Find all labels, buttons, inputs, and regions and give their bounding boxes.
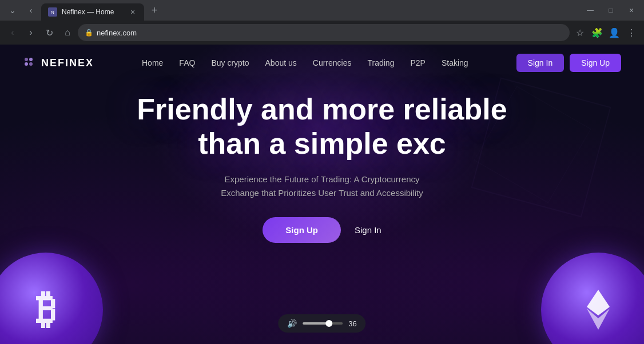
toolbar: ‹ › ↻ ⌂ 🔒 nefinex.com ☆ 🧩 👤 ⋮	[0, 21, 644, 45]
tab-bar: ⌄ ‹ N Nefinex — Home × + — □ ×	[0, 0, 644, 21]
nav-signin-btn[interactable]: Sign In	[516, 54, 565, 72]
volume-slider-track[interactable]	[303, 322, 343, 325]
bookmark-btn[interactable]: ☆	[572, 25, 588, 41]
ethereum-coin-container	[484, 253, 644, 344]
nav-currencies[interactable]: Currencies	[313, 58, 352, 67]
back-btn[interactable]: ‹	[5, 25, 21, 41]
nav-faq[interactable]: FAQ	[179, 58, 195, 67]
hero-buttons: Sign Up Sign In	[263, 217, 381, 243]
bitcoin-coin-container: ₿	[0, 253, 160, 344]
nav-links: Home FAQ Buy crypto About us Currencies …	[142, 58, 468, 68]
new-tab-btn[interactable]: +	[146, 2, 162, 18]
hero-subtitle: Experience the Future of Trading: A Cryp…	[208, 173, 436, 200]
nav-signup-btn[interactable]: Sign Up	[570, 54, 621, 72]
extensions-btn[interactable]: 🧩	[589, 25, 605, 41]
close-window-btn[interactable]: ×	[623, 2, 639, 18]
website-content: NEFINEX Home FAQ Buy crypto About us Cur…	[0, 45, 644, 344]
svg-marker-4	[587, 290, 610, 315]
volume-slider-fill	[303, 322, 329, 325]
logo: NEFINEX	[23, 56, 94, 70]
browser-chrome: ⌄ ‹ N Nefinex — Home × + — □ × ‹ › ↻ ⌂ 🔒…	[0, 0, 644, 45]
tab-close-btn[interactable]: ×	[128, 7, 137, 17]
ethereum-coin	[541, 253, 644, 344]
site-nav: NEFINEX Home FAQ Buy crypto About us Cur…	[0, 45, 644, 81]
logo-text: NEFINEX	[41, 57, 94, 69]
nav-staking[interactable]: Staking	[442, 58, 468, 67]
nav-trading[interactable]: Trading	[367, 58, 394, 67]
reload-btn[interactable]: ↻	[41, 25, 57, 41]
svg-marker-5	[587, 309, 610, 330]
minimize-btn[interactable]: —	[582, 2, 598, 18]
home-btn[interactable]: ⌂	[59, 25, 75, 41]
nav-p2p[interactable]: P2P	[410, 58, 425, 67]
forward-btn[interactable]: ›	[23, 25, 39, 41]
svg-point-2	[25, 62, 28, 66]
address-bar[interactable]: 🔒 nefinex.com	[78, 24, 570, 41]
volume-slider-thumb	[325, 320, 332, 327]
maximize-btn[interactable]: □	[603, 2, 619, 18]
btc-symbol: ₿	[36, 287, 56, 333]
bitcoin-coin: ₿	[0, 253, 103, 344]
logo-icon	[23, 56, 37, 70]
active-tab[interactable]: N Nefinex — Home ×	[41, 3, 144, 21]
volume-control[interactable]: 🔊 36	[278, 314, 365, 333]
svg-point-0	[25, 58, 28, 61]
logo-svg	[23, 56, 37, 70]
hero-section: Friendly and more reliable than a simple…	[0, 81, 644, 243]
tab-favicon: N	[48, 7, 57, 17]
tab-title: Nefinex — Home	[62, 8, 124, 16]
hero-signin-btn[interactable]: Sign In	[355, 225, 381, 235]
security-icon: 🔒	[85, 29, 93, 37]
hero-title: Friendly and more reliable than a simple…	[122, 93, 522, 161]
nav-about-us[interactable]: About us	[265, 58, 297, 67]
nav-home[interactable]: Home	[142, 58, 163, 67]
hero-signup-btn[interactable]: Sign Up	[263, 217, 341, 243]
url-text: nefinex.com	[97, 29, 563, 37]
previous-tab-btn[interactable]: ‹	[23, 2, 39, 18]
svg-point-3	[29, 62, 33, 66]
volume-icon: 🔊	[287, 319, 297, 328]
nav-buy-crypto[interactable]: Buy crypto	[211, 58, 249, 67]
profile-btn[interactable]: 👤	[606, 25, 622, 41]
eth-symbol	[575, 287, 621, 333]
menu-btn[interactable]: ⋮	[623, 25, 639, 41]
tab-list-btn[interactable]: ⌄	[5, 2, 21, 18]
nav-actions: Sign In Sign Up	[516, 54, 621, 72]
svg-point-1	[29, 58, 33, 61]
volume-value: 36	[348, 319, 356, 328]
toolbar-right: ☆ 🧩 👤 ⋮	[572, 25, 639, 41]
